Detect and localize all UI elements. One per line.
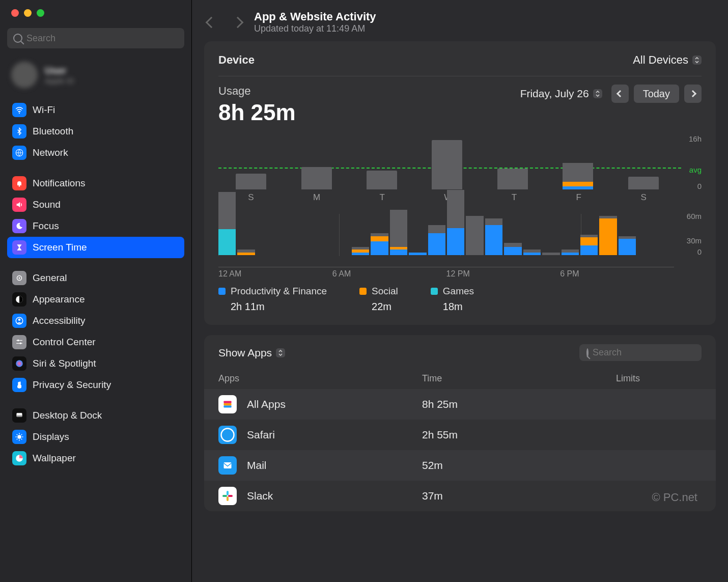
sidebar-item-label: Accessibility [33,315,85,326]
sidebar-item-control-center[interactable]: Control Center [7,331,184,353]
prev-day-button[interactable] [611,85,629,103]
sidebar-item-label: Notifications [33,178,86,189]
app-row[interactable]: Safari2h 55m [204,420,716,450]
device-selector[interactable]: All Devices [633,53,702,67]
legend-item: Social22m [359,286,398,313]
sidebar-item-notifications[interactable]: Notifications [7,173,184,194]
sidebar-item-screen-time[interactable]: Screen Time [7,237,184,258]
back-button[interactable] [206,16,217,28]
col-limits: Limits [554,373,702,384]
app-time: 37m [422,490,554,502]
sidebar-item-label: Desktop & Dock [33,410,102,421]
sidebar-item-accessibility[interactable]: Accessibility [7,310,184,331]
watermark: © PC.net [652,491,697,504]
app-row[interactable]: All Apps8h 25m [204,389,716,420]
usage-date: Friday, July 26 [520,88,589,100]
fullscreen-window-button[interactable] [37,9,44,17]
apps-search[interactable] [579,344,702,361]
sidebar-item-siri-spotlight[interactable]: Siri & Spotlight [7,353,184,374]
stack-icon [218,395,237,413]
week-y-top: 16h [689,134,702,143]
sidebar-item-label: Network [33,147,68,158]
svg-line-20 [17,434,18,435]
siri-icon [12,356,26,371]
sidebar-item-focus[interactable]: Focus [7,215,184,237]
gear-icon [12,271,26,285]
hour-y-top: 60m [687,212,702,220]
device-card: Device All Devices Usage 8h 25m Friday, … [204,41,716,325]
sidebar-item-label: Appearance [33,294,85,305]
forward-button [232,16,244,28]
sidebar-item-sound[interactable]: Sound [7,194,184,215]
profile-row[interactable]: User Apple ID [0,54,191,99]
globe-icon [12,146,26,160]
app-time: 52m [422,459,554,472]
app-name: Safari [247,429,275,441]
apps-table-header: Apps Time Limits [204,368,716,389]
svg-point-12 [16,360,23,367]
sidebar: User Apple ID Wi-FiBluetoothNetworkNotif… [0,0,192,582]
sidebar-item-label: Displays [33,431,69,442]
avg-label: avg [689,165,702,174]
svg-line-21 [21,439,22,440]
sidebar-item-privacy-security[interactable]: Privacy & Security [7,374,184,396]
next-day-button[interactable] [684,85,702,103]
sidebar-item-label: Wi-Fi [33,104,55,116]
svg-point-2 [19,185,20,187]
slack-icon [218,487,237,505]
page-title: App & Website Activity [254,10,376,23]
sidebar-item-displays[interactable]: Displays [7,426,184,448]
sidebar-item-bluetooth[interactable]: Bluetooth [7,121,184,142]
date-selector[interactable]: Friday, July 26 [520,88,602,100]
bt-icon [12,124,26,138]
sidebar-item-label: Screen Time [33,242,87,253]
chevron-updown-icon [276,348,285,357]
col-apps: Apps [218,373,422,384]
dock-icon [12,408,26,423]
sidebar-item-wallpaper[interactable]: Wallpaper [7,448,184,469]
sidebar-item-label: Bluetooth [33,126,73,137]
sidebar-search[interactable] [7,28,184,48]
hourglass-icon [12,240,26,255]
apps-card: Show Apps Apps Time Limits All Apps8h 25… [204,335,716,511]
show-apps-label: Show Apps [218,347,272,359]
usage-total: 8h 25m [218,100,296,125]
sidebar-search-input[interactable] [26,33,178,44]
sidebar-item-label: Privacy & Security [33,379,111,391]
today-button[interactable]: Today [634,85,679,103]
sidebar-item-desktop-dock[interactable]: Desktop & Dock [7,405,184,426]
svg-rect-25 [223,405,231,407]
svg-point-29 [222,429,234,441]
close-window-button[interactable] [11,9,19,17]
sidebar-item-appearance[interactable]: Appearance [7,289,184,310]
sidebar-item-label: Focus [33,220,59,232]
sidebar-item-network[interactable]: Network [7,142,184,163]
app-time: 8h 25m [422,398,554,410]
main-panel: App & Website Activity Updated today at … [192,0,728,582]
apps-search-input[interactable] [593,347,711,358]
hand-icon [12,378,26,392]
device-label: Device [218,53,255,67]
minimize-window-button[interactable] [24,9,32,17]
svg-line-23 [21,434,22,435]
show-apps-selector[interactable]: Show Apps [218,347,285,359]
wall-icon [12,451,26,465]
bell-icon [12,176,26,190]
sidebar-item-general[interactable]: General [7,267,184,289]
mail-icon [218,456,237,475]
sound-icon [12,198,26,212]
app-row[interactable]: Slack37m [204,481,716,511]
svg-rect-14 [17,415,22,417]
chevron-updown-icon [593,89,602,98]
svg-rect-31 [227,491,229,495]
search-icon [586,348,589,357]
svg-rect-34 [228,495,233,497]
wifi-icon [12,103,26,117]
app-row[interactable]: Mail52m [204,450,716,481]
app-name: All Apps [247,398,286,410]
sidebar-item-wi-fi[interactable]: Wi-Fi [7,99,184,121]
svg-rect-9 [16,340,22,341]
sidebar-item-label: Siri & Spotlight [33,358,96,369]
profile-sub: Apple ID [45,76,74,85]
legend-item: Games18m [431,286,474,313]
